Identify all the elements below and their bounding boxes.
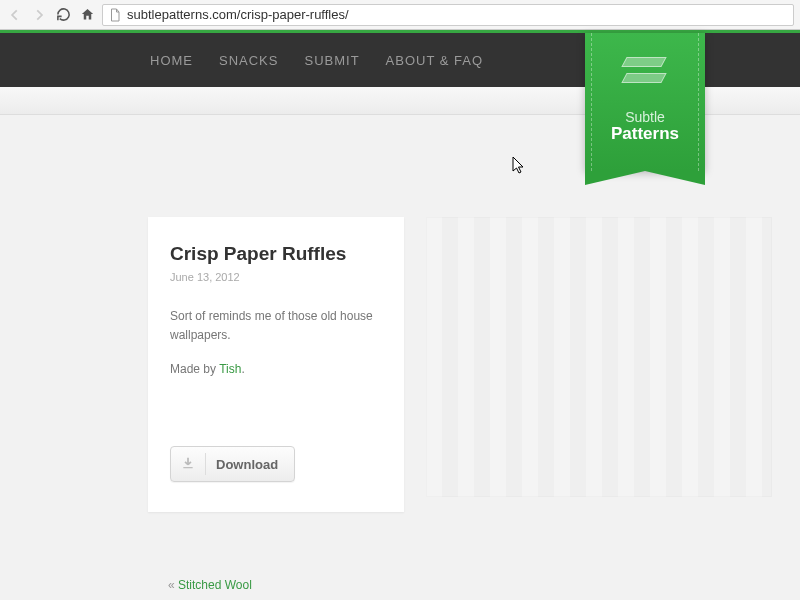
made-by-suffix: . <box>241 362 244 376</box>
url-input[interactable]: subtlepatterns.com/crisp-paper-ruffles/ <box>102 4 794 26</box>
download-button[interactable]: Download <box>170 446 295 482</box>
post-date: June 13, 2012 <box>170 271 382 283</box>
post-card: Crisp Paper Ruffles June 13, 2012 Sort o… <box>148 217 404 512</box>
prev-post-link: « Stitched Wool <box>168 578 252 592</box>
logo-text-line1: Subtle <box>585 109 705 125</box>
url-text: subtlepatterns.com/crisp-paper-ruffles/ <box>127 7 349 22</box>
nav-home[interactable]: HOME <box>150 53 193 68</box>
prev-post-anchor[interactable]: Stitched Wool <box>178 578 252 592</box>
prev-marker: « <box>168 578 178 592</box>
post-author: Made by Tish. <box>170 362 382 376</box>
nav-submit[interactable]: SUBMIT <box>304 53 359 68</box>
logo-text-line2: Patterns <box>585 125 705 144</box>
reload-icon[interactable] <box>54 6 72 24</box>
logo-icon <box>624 51 666 93</box>
logo-ribbon[interactable]: Subtle Patterns <box>585 33 705 171</box>
nav-about-faq[interactable]: ABOUT & FAQ <box>386 53 483 68</box>
post-description: Sort of reminds me of those old house wa… <box>170 307 382 344</box>
browser-toolbar: subtlepatterns.com/crisp-paper-ruffles/ <box>0 0 800 30</box>
nav-snacks[interactable]: SNACKS <box>219 53 278 68</box>
page-body: Crisp Paper Ruffles June 13, 2012 Sort o… <box>0 115 800 600</box>
page-icon <box>109 8 123 22</box>
button-divider <box>205 453 206 475</box>
made-by-prefix: Made by <box>170 362 219 376</box>
forward-icon[interactable] <box>30 6 48 24</box>
post-title: Crisp Paper Ruffles <box>170 243 382 265</box>
ribbon-stitch <box>698 33 699 171</box>
author-link[interactable]: Tish <box>219 362 241 376</box>
download-label: Download <box>216 457 278 472</box>
back-icon[interactable] <box>6 6 24 24</box>
pattern-preview <box>426 217 772 497</box>
home-icon[interactable] <box>78 6 96 24</box>
download-icon <box>181 456 195 473</box>
ribbon-stitch <box>591 33 592 171</box>
